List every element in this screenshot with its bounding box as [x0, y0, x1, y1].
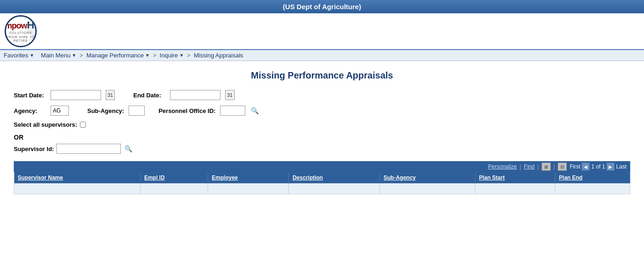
breadcrumb-manageperformance-dropdown: ▼ — [145, 53, 150, 58]
find-link[interactable]: Find — [524, 163, 534, 170]
main-content: Missing Performance Appraisals Start Dat… — [0, 61, 644, 203]
end-date-label: End Date: — [133, 92, 165, 99]
toolbar-sep-1: | — [520, 163, 521, 170]
or-text: OR — [14, 134, 630, 141]
sub-agency-label: Sub-Agency: — [87, 107, 124, 114]
col-sub-agency-link[interactable]: Sub-Agency — [384, 174, 416, 181]
logo-area: Empow HR SOLUTIONS FROM HIRE TO RETIRE — [5, 15, 37, 47]
end-date-input[interactable] — [170, 90, 220, 100]
toolbar-sep-3: | — [554, 163, 555, 170]
form-section: Start Date: 31 End Date: 31 Agency: Sub-… — [14, 90, 630, 154]
pagination-text: 1 of 1 — [591, 163, 605, 170]
poi-search-btn[interactable]: 🔍 — [250, 107, 260, 114]
agency-input[interactable] — [51, 106, 69, 116]
select-all-row: Select all supervisors: — [14, 121, 630, 128]
cell-sub-agency — [380, 184, 475, 194]
results-toolbar: Personalize | Find | ⊞ | ⊟ First ◀ 1 of … — [14, 161, 630, 172]
grid-icon-btn[interactable]: ⊟ — [558, 163, 567, 171]
cell-plan-end — [555, 184, 630, 194]
col-supervisor-name[interactable]: Supervisor Name — [14, 172, 141, 184]
prev-page-btn[interactable]: ◀ — [582, 163, 590, 171]
agency-label: Agency: — [14, 107, 46, 114]
breadcrumb-mainmenu-dropdown: ▼ — [72, 53, 76, 58]
col-employee-link[interactable]: Employee — [212, 174, 238, 181]
personalize-link[interactable]: Personalize — [488, 163, 517, 170]
header-area: Empow HR SOLUTIONS FROM HIRE TO RETIRE — [0, 13, 644, 50]
first-label[interactable]: First — [570, 163, 580, 170]
bc-sep-4: > — [186, 52, 192, 59]
select-all-label: Select all supervisors: — [14, 121, 86, 128]
col-plan-end-link[interactable]: Plan End — [559, 174, 582, 181]
col-plan-start-link[interactable]: Plan Start — [479, 174, 505, 181]
bc-sep-1 — [36, 52, 39, 59]
bc-sep-2: > — [78, 52, 85, 59]
col-supervisor-name-link[interactable]: Supervisor Name — [18, 174, 63, 181]
supervisor-id-label: Supervisor Id: — [14, 146, 54, 152]
toolbar-sep-2: | — [537, 163, 539, 170]
table-row — [14, 184, 630, 194]
col-empl-id[interactable]: Empl ID — [140, 172, 208, 184]
breadcrumb-missingappraisals-label: Missing Appraisals — [194, 52, 243, 59]
pagination-area: First ◀ 1 of 1 ▶ Last — [570, 163, 627, 171]
start-date-label: Start Date: — [14, 92, 46, 99]
supervisor-id-input[interactable] — [56, 144, 121, 154]
supervisor-search-btn[interactable]: 🔍 — [124, 145, 133, 152]
breadcrumb-inquire-dropdown: ▼ — [179, 53, 184, 58]
breadcrumb-missingappraisals: Missing Appraisals — [194, 52, 243, 59]
breadcrumb-inquire-label[interactable]: Inquire — [160, 52, 178, 59]
col-plan-end[interactable]: Plan End — [555, 172, 630, 184]
date-row: Start Date: 31 End Date: 31 — [14, 90, 630, 100]
col-description-link[interactable]: Description — [293, 174, 323, 181]
results-table: Supervisor Name Empl ID Employee Descrip… — [14, 172, 630, 194]
eagle-watermark — [21, 19, 37, 47]
poi-label: Personnel Office ID: — [158, 107, 215, 114]
breadcrumb-manageperformance-label[interactable]: Manage Performance — [86, 52, 144, 59]
bc-sep-3: > — [152, 52, 158, 59]
poi-input[interactable] — [220, 106, 245, 116]
cell-description — [288, 184, 379, 194]
sub-agency-input[interactable] — [129, 106, 145, 116]
logo-inner: Empow HR SOLUTIONS FROM HIRE TO RETIRE — [5, 19, 37, 43]
table-header-row: Supervisor Name Empl ID Employee Descrip… — [14, 172, 630, 184]
breadcrumb-favorites-dropdown: ▼ — [29, 53, 34, 58]
breadcrumb-mainmenu-label[interactable]: Main Menu — [41, 52, 70, 59]
cell-employee — [208, 184, 289, 194]
cell-supervisor-name — [14, 184, 141, 194]
top-banner-text: (US Dept of Agriculture) — [283, 3, 361, 11]
supervisor-id-row: Supervisor Id: 🔍 — [14, 144, 630, 154]
start-date-calendar-btn[interactable]: 31 — [106, 90, 115, 100]
table-body — [14, 184, 630, 194]
breadcrumb-bar: Favorites ▼ Main Menu ▼ > Manage Perform… — [0, 50, 644, 61]
cell-plan-start — [475, 184, 555, 194]
col-empl-id-link[interactable]: Empl ID — [144, 174, 165, 181]
select-all-checkbox[interactable] — [80, 122, 86, 128]
col-employee[interactable]: Employee — [208, 172, 289, 184]
last-label[interactable]: Last — [616, 163, 627, 170]
breadcrumb-favorites-label[interactable]: Favorites — [4, 52, 28, 59]
next-page-btn[interactable]: ▶ — [606, 163, 615, 171]
view-icon-btn[interactable]: ⊞ — [542, 163, 551, 171]
end-date-calendar-btn[interactable]: 31 — [225, 90, 234, 100]
col-plan-start[interactable]: Plan Start — [475, 172, 555, 184]
top-banner: (US Dept of Agriculture) — [0, 0, 644, 13]
col-sub-agency[interactable]: Sub-Agency — [380, 172, 475, 184]
cell-empl-id — [140, 184, 208, 194]
breadcrumb-favorites[interactable]: Favorites ▼ — [4, 52, 34, 59]
results-area: Personalize | Find | ⊞ | ⊟ First ◀ 1 of … — [14, 161, 630, 194]
col-description[interactable]: Description — [288, 172, 379, 184]
select-all-text: Select all supervisors: — [14, 121, 77, 128]
start-date-input[interactable] — [51, 90, 101, 100]
agency-row: Agency: Sub-Agency: Personnel Office ID:… — [14, 106, 630, 116]
breadcrumb-manageperformance[interactable]: Manage Performance ▼ — [86, 52, 150, 59]
logo-circle: Empow HR SOLUTIONS FROM HIRE TO RETIRE — [5, 15, 37, 47]
page-title: Missing Performance Appraisals — [14, 70, 630, 81]
breadcrumb-inquire[interactable]: Inquire ▼ — [160, 52, 184, 59]
breadcrumb-mainmenu[interactable]: Main Menu ▼ — [41, 52, 76, 59]
